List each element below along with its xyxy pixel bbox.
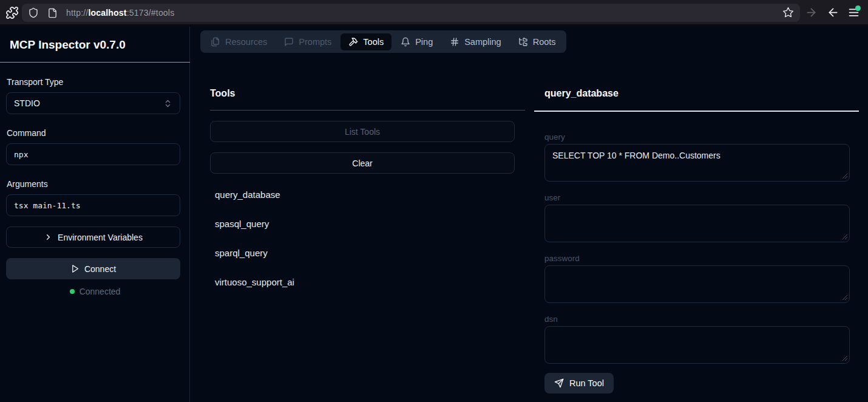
url-prefix: http:// <box>66 8 88 18</box>
tools-panel-divider <box>210 110 525 111</box>
environment-variables-button[interactable]: Environment Variables <box>6 227 180 248</box>
environment-variables-label: Environment Variables <box>58 233 143 242</box>
message-square-icon <box>284 37 294 47</box>
command-input[interactable] <box>6 143 180 165</box>
hammer-icon <box>348 37 358 47</box>
user-field-input[interactable] <box>544 205 850 242</box>
send-icon <box>554 378 564 388</box>
tab-ping[interactable]: Ping <box>393 33 441 50</box>
url-host: localhost <box>88 8 126 18</box>
transport-type-value: STDIO <box>14 98 40 108</box>
forward-arrow-icon[interactable] <box>805 6 818 19</box>
tab-sampling-label: Sampling <box>464 37 501 47</box>
shield-icon[interactable] <box>28 7 39 18</box>
query-field-input[interactable]: SELECT TOP 10 * FROM Demo..Customers <box>544 144 850 182</box>
password-field-input[interactable] <box>544 265 850 303</box>
user-field-label: user <box>544 193 560 202</box>
run-tool-label: Run Tool <box>569 378 604 388</box>
menu-notification-badge <box>855 5 861 11</box>
tab-prompts-label: Prompts <box>299 37 331 47</box>
tool-detail-divider <box>534 111 859 112</box>
tab-resources[interactable]: Resources <box>203 33 275 50</box>
tab-roots[interactable]: Roots <box>510 33 564 50</box>
sidebar: MCP Inspector v0.7.0 Transport Type STDI… <box>0 27 190 402</box>
folder-tree-icon <box>518 37 528 47</box>
hash-icon <box>450 37 459 47</box>
connect-button[interactable]: Connect <box>6 258 180 279</box>
tab-prompts[interactable]: Prompts <box>276 33 339 50</box>
connected-dot-icon <box>70 289 75 294</box>
url-bar[interactable]: http://localhost:5173/#tools <box>22 4 800 22</box>
chevron-right-icon <box>44 233 53 242</box>
tool-list-item-virtuoso-support-ai[interactable]: virtuoso_support_ai <box>215 277 294 287</box>
run-tool-button[interactable]: Run Tool <box>544 373 614 393</box>
mcp-inspector-app: MCP Inspector v0.7.0 Transport Type STDI… <box>0 27 868 402</box>
sidebar-divider <box>0 62 190 63</box>
page-info-icon[interactable] <box>47 8 58 18</box>
dsn-field-label: dsn <box>544 315 558 324</box>
connected-text: Connected <box>80 287 121 296</box>
connect-label: Connect <box>84 264 116 274</box>
arguments-label: Arguments <box>7 179 48 189</box>
password-field-label: password <box>544 254 580 263</box>
main-tab-bar: Resources Prompts Tools Ping Sampling <box>200 30 566 53</box>
back-arrow-icon[interactable] <box>827 6 839 19</box>
extensions-puzzle-icon[interactable] <box>5 6 19 22</box>
transport-type-label: Transport Type <box>7 77 63 87</box>
tool-list-item-query-database[interactable]: query_database <box>215 189 280 200</box>
tab-resources-label: Resources <box>225 37 267 47</box>
tab-ping-label: Ping <box>415 37 433 47</box>
connection-status: Connected <box>0 287 190 296</box>
command-label: Command <box>7 128 46 138</box>
query-field-label: query <box>544 132 565 141</box>
url-text: http://localhost:5173/#tools <box>66 8 174 18</box>
list-tools-button[interactable]: List Tools <box>210 121 515 142</box>
tools-panel-title: Tools <box>210 88 235 99</box>
bookmark-star-icon[interactable] <box>782 7 794 21</box>
tool-list-item-sparql-query[interactable]: sparql_query <box>215 248 268 258</box>
url-suffix: :5173/#tools <box>127 8 175 18</box>
play-icon <box>70 264 80 273</box>
arguments-input[interactable] <box>6 194 180 216</box>
tool-list-item-spasql-query[interactable]: spasql_query <box>215 219 269 229</box>
tab-sampling[interactable]: Sampling <box>442 33 509 50</box>
browser-chrome: http://localhost:5173/#tools <box>0 0 868 26</box>
tab-tools-label: Tools <box>363 37 384 47</box>
tab-roots-label: Roots <box>533 37 556 47</box>
chevrons-up-down-icon <box>163 99 172 108</box>
dsn-field-input[interactable] <box>544 326 850 364</box>
transport-type-select[interactable]: STDIO <box>6 92 180 114</box>
bell-icon <box>401 37 410 47</box>
tool-detail-title: query_database <box>544 88 619 99</box>
app-title: MCP Inspector v0.7.0 <box>10 38 126 52</box>
clear-button[interactable]: Clear <box>210 152 515 174</box>
files-icon <box>211 37 220 47</box>
tab-tools[interactable]: Tools <box>341 33 392 50</box>
